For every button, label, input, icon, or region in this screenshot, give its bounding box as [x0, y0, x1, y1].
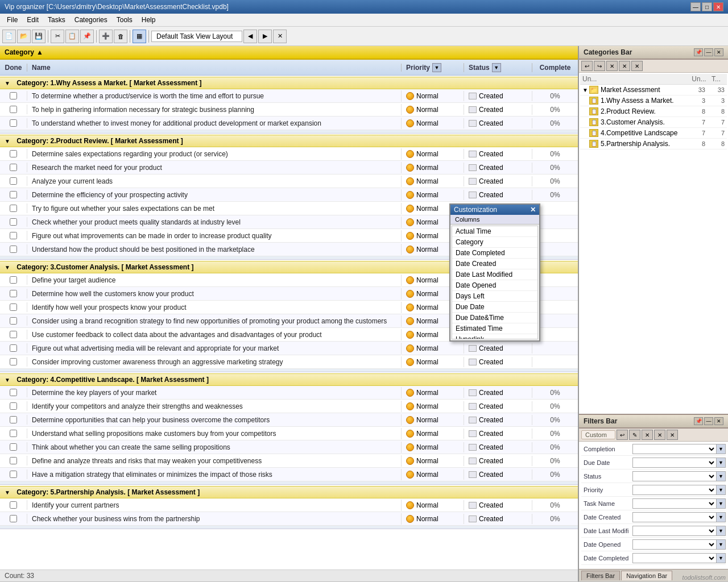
task-done-cell[interactable] — [0, 91, 27, 101]
filter-select[interactable] — [632, 485, 717, 495]
filter-arrow-btn[interactable]: ▼ — [717, 444, 726, 454]
filter-select[interactable] — [632, 458, 717, 468]
task-done-cell[interactable] — [0, 330, 27, 339]
task-checkbox[interactable] — [10, 416, 17, 423]
popup-list-item[interactable]: Due Date — [452, 302, 537, 313]
task-row[interactable]: Have a mitigation strategy that eliminat… — [0, 468, 578, 481]
categories-tree[interactable]: Un... Un... T... ▼ 📁 Market Assessment 3… — [579, 73, 728, 414]
task-row[interactable]: To help in gathering information necessa… — [0, 103, 578, 117]
task-row[interactable]: Determine sales expectations regarding y… — [0, 147, 578, 161]
task-done-cell[interactable] — [0, 343, 27, 353]
task-done-cell[interactable] — [0, 500, 27, 510]
task-row[interactable]: Analyze your current leads Normal Create… — [0, 174, 578, 188]
popup-list-item[interactable]: Hyperlink — [452, 334, 537, 339]
filter-tb-btn2[interactable]: ✎ — [629, 430, 640, 440]
task-row[interactable]: Figure out what advertising media will b… — [0, 342, 578, 355]
filter-select[interactable] — [632, 471, 717, 481]
popup-list-item[interactable]: Due Date&Time — [452, 313, 537, 323]
filter-select[interactable] — [632, 444, 717, 454]
cat-tb-btn5[interactable]: ✕ — [631, 61, 643, 71]
task-checkbox[interactable] — [10, 218, 17, 226]
task-checkbox[interactable] — [10, 191, 17, 198]
layout-label[interactable]: Default Task View Layout — [151, 31, 242, 42]
task-done-cell[interactable] — [0, 302, 27, 312]
filter-arrow-btn[interactable]: ▼ — [717, 512, 726, 522]
task-checkbox[interactable] — [10, 92, 17, 99]
tree-item-root[interactable]: ▼ 📁 Market Assessment 33 33 — [580, 85, 727, 95]
task-done-cell[interactable] — [0, 442, 27, 452]
tree-item-child[interactable]: 📋 5.Partnership Analysis. 8 8 — [580, 139, 727, 149]
filters-close-btn[interactable]: ✕ — [714, 417, 723, 425]
task-done-cell[interactable] — [0, 231, 27, 240]
status-sort-btn[interactable]: ▼ — [492, 63, 501, 72]
task-checkbox[interactable] — [10, 515, 17, 522]
task-checkbox[interactable] — [10, 443, 17, 451]
toolbar-open[interactable]: 📂 — [17, 30, 31, 43]
window-controls[interactable]: — □ ✕ — [690, 2, 723, 11]
task-done-cell[interactable] — [0, 149, 27, 159]
menu-file[interactable]: File — [2, 15, 22, 25]
toolbar-delete[interactable]: 🗑 — [114, 30, 127, 43]
filter-tb-btn1[interactable]: ↩ — [617, 430, 628, 440]
task-done-cell[interactable] — [0, 469, 27, 479]
categories-minimize-btn[interactable]: — — [704, 48, 713, 56]
task-checkbox[interactable] — [10, 389, 17, 396]
popup-list-item[interactable]: Date Created — [452, 259, 537, 269]
tree-item-child[interactable]: 📋 4.Competitive Landscape 7 7 — [580, 128, 727, 139]
task-row[interactable]: Research the market need for your produc… — [0, 161, 578, 174]
task-row[interactable]: To determine whether a product/service i… — [0, 89, 578, 103]
filter-arrow-btn[interactable]: ▼ — [717, 471, 726, 481]
task-row[interactable]: Determine the key players of your market… — [0, 386, 578, 400]
task-done-cell[interactable] — [0, 316, 27, 326]
category-header[interactable]: Category ▲ — [0, 46, 578, 60]
cat-tb-btn4[interactable]: ✕ — [619, 61, 630, 71]
popup-close-btn[interactable]: ✕ — [530, 206, 536, 214]
task-checkbox[interactable] — [10, 358, 17, 365]
task-done-cell[interactable] — [0, 217, 27, 227]
filter-arrow-btn[interactable]: ▼ — [717, 498, 726, 509]
task-checkbox[interactable] — [10, 501, 17, 509]
task-done-cell[interactable] — [0, 401, 27, 411]
tree-item-child[interactable]: 📋 2.Product Review. 8 8 — [580, 106, 727, 117]
toolbar-copy[interactable]: 📋 — [65, 30, 79, 43]
popup-list-item[interactable]: Category — [452, 237, 537, 248]
filter-select[interactable] — [632, 553, 717, 563]
task-done-cell[interactable] — [0, 203, 27, 213]
task-checkbox[interactable] — [10, 457, 17, 464]
task-checkbox[interactable] — [10, 150, 17, 157]
col-priority-header[interactable]: Priority ▼ — [402, 63, 464, 72]
categories-pin-btn[interactable]: 📌 — [694, 48, 703, 56]
toolbar-cut[interactable]: ✂ — [51, 30, 64, 43]
toolbar-paste[interactable]: 📌 — [80, 30, 94, 43]
toolbar-add-task[interactable]: ➕ — [99, 30, 113, 43]
task-checkbox[interactable] — [10, 246, 17, 253]
task-checkbox[interactable] — [10, 232, 17, 239]
task-row[interactable]: Consider improving customer awareness th… — [0, 355, 578, 369]
close-button[interactable]: ✕ — [713, 2, 723, 11]
task-checkbox[interactable] — [10, 304, 17, 311]
task-row[interactable]: Think about whether you can create the s… — [0, 440, 578, 454]
task-row[interactable]: Determine opportunities that can help yo… — [0, 413, 578, 427]
toolbar-layout-next[interactable]: ▶ — [258, 30, 272, 43]
task-done-cell[interactable] — [0, 456, 27, 465]
filter-select[interactable] — [632, 539, 717, 550]
menu-tools[interactable]: Tools — [112, 15, 137, 25]
filter-arrow-btn[interactable]: ▼ — [717, 526, 726, 536]
task-checkbox[interactable] — [10, 344, 17, 352]
popup-columns-list[interactable]: Actual TimeCategoryDate CompletedDate Cr… — [452, 226, 538, 339]
filters-panel-buttons[interactable]: 📌 — ✕ — [694, 417, 723, 425]
filters-minimize-btn[interactable]: — — [704, 417, 713, 425]
popup-columns-tab[interactable]: Columns — [450, 215, 539, 225]
task-row[interactable]: Determine the efficiency of your prospec… — [0, 188, 578, 202]
cat-tb-btn1[interactable]: ↩ — [581, 61, 593, 71]
menu-tasks[interactable]: Tasks — [43, 15, 70, 25]
task-done-cell[interactable] — [0, 105, 27, 114]
task-done-cell[interactable] — [0, 275, 27, 285]
category-row-cat5[interactable]: ▼ Category: 5.Partnership Analysis. [ Ma… — [0, 486, 578, 498]
minimize-button[interactable]: — — [690, 2, 701, 11]
task-done-cell[interactable] — [0, 415, 27, 425]
task-row[interactable]: To understand whether to invest money fo… — [0, 117, 578, 130]
task-done-cell[interactable] — [0, 357, 27, 367]
filter-tb-btn5[interactable]: ✕ — [667, 430, 678, 440]
tree-item-child[interactable]: 📋 1.Why Assess a Market. 3 3 — [580, 95, 727, 106]
